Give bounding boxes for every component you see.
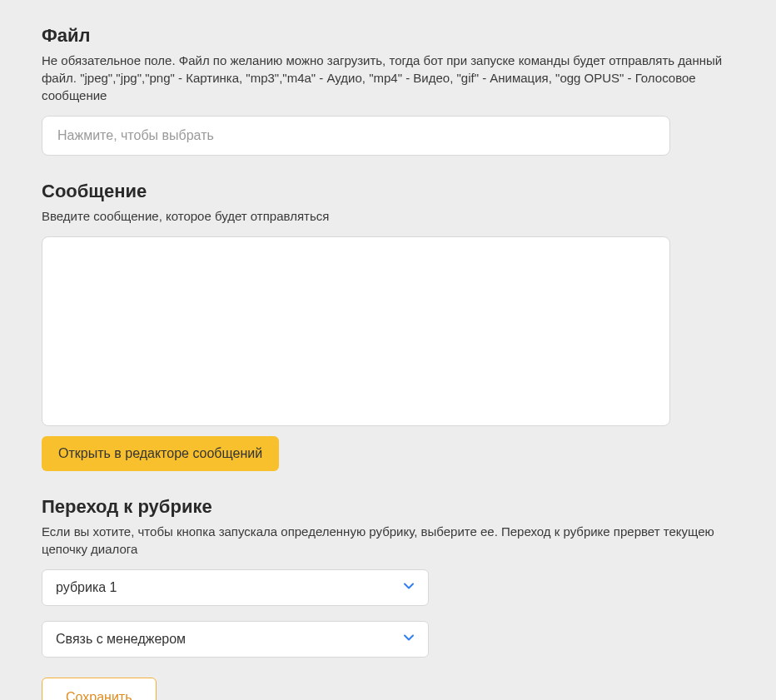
file-section: Файл Не обязательное поле. Файл по желан… xyxy=(42,25,734,156)
rubric-select-2-wrapper xyxy=(42,621,429,658)
message-desc: Введите сообщение, которое будет отправл… xyxy=(42,207,734,225)
message-title: Сообщение xyxy=(42,181,734,202)
rubric-select-1[interactable] xyxy=(42,569,429,606)
rubric-title: Переход к рубрике xyxy=(42,496,734,518)
rubric-desc: Если вы хотите, чтобы кнопка запускала о… xyxy=(42,523,734,558)
rubric-select-1-wrapper xyxy=(42,569,429,606)
save-button[interactable]: Сохранить xyxy=(42,678,157,700)
rubric-section: Переход к рубрике Если вы хотите, чтобы … xyxy=(42,496,734,700)
message-textarea[interactable] xyxy=(42,236,670,426)
file-desc: Не обязательное поле. Файл по желанию мо… xyxy=(42,52,734,104)
message-section: Сообщение Введите сообщение, которое буд… xyxy=(42,181,734,471)
file-input[interactable] xyxy=(42,116,670,156)
open-editor-button[interactable]: Открыть в редакторе сообщений xyxy=(42,436,279,471)
rubric-select-2[interactable] xyxy=(42,621,429,658)
file-title: Файл xyxy=(42,25,734,47)
